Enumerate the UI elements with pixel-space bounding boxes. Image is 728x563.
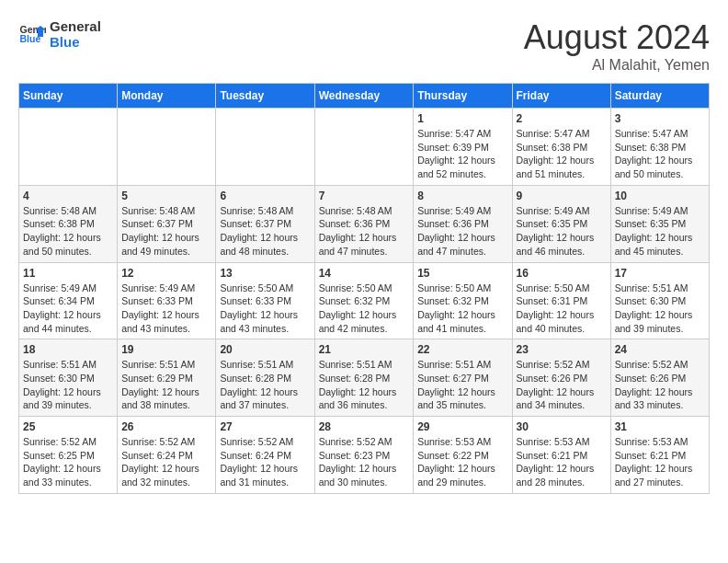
calendar-cell: 8Sunrise: 5:49 AM Sunset: 6:36 PM Daylig… bbox=[414, 185, 512, 262]
header-thursday: Thursday bbox=[414, 84, 512, 109]
svg-text:Blue: Blue bbox=[20, 33, 41, 44]
day-number: 11 bbox=[23, 267, 113, 280]
calendar-week-4: 18Sunrise: 5:51 AM Sunset: 6:30 PM Dayli… bbox=[19, 339, 710, 417]
day-number: 17 bbox=[615, 267, 705, 280]
day-info: Sunrise: 5:48 AM Sunset: 6:37 PM Dayligh… bbox=[121, 204, 211, 259]
day-number: 9 bbox=[517, 190, 607, 202]
calendar-cell: 3Sunrise: 5:47 AM Sunset: 6:38 PM Daylig… bbox=[610, 109, 709, 186]
day-number: 19 bbox=[121, 343, 211, 356]
calendar-cell: 26Sunrise: 5:52 AM Sunset: 6:24 PM Dayli… bbox=[118, 417, 216, 494]
day-info: Sunrise: 5:51 AM Sunset: 6:30 PM Dayligh… bbox=[615, 282, 705, 336]
calendar-cell: 25Sunrise: 5:52 AM Sunset: 6:25 PM Dayli… bbox=[19, 417, 118, 494]
day-number: 14 bbox=[319, 267, 410, 280]
calendar-cell: 13Sunrise: 5:50 AM Sunset: 6:33 PM Dayli… bbox=[216, 262, 314, 339]
day-info: Sunrise: 5:49 AM Sunset: 6:35 PM Dayligh… bbox=[615, 204, 705, 259]
calendar-cell: 21Sunrise: 5:51 AM Sunset: 6:28 PM Dayli… bbox=[314, 339, 414, 417]
day-number: 25 bbox=[23, 420, 113, 433]
calendar-cell: 14Sunrise: 5:50 AM Sunset: 6:32 PM Dayli… bbox=[314, 262, 414, 339]
day-info: Sunrise: 5:50 AM Sunset: 6:33 PM Dayligh… bbox=[220, 282, 310, 336]
calendar-cell: 4Sunrise: 5:48 AM Sunset: 6:38 PM Daylig… bbox=[19, 185, 118, 262]
day-info: Sunrise: 5:53 AM Sunset: 6:21 PM Dayligh… bbox=[615, 435, 705, 489]
calendar-cell: 2Sunrise: 5:47 AM Sunset: 6:38 PM Daylig… bbox=[512, 109, 610, 186]
day-info: Sunrise: 5:52 AM Sunset: 6:26 PM Dayligh… bbox=[517, 358, 607, 412]
calendar-cell: 7Sunrise: 5:48 AM Sunset: 6:36 PM Daylig… bbox=[314, 185, 414, 262]
day-info: Sunrise: 5:51 AM Sunset: 6:28 PM Dayligh… bbox=[220, 358, 310, 412]
day-info: Sunrise: 5:48 AM Sunset: 6:37 PM Dayligh… bbox=[220, 204, 310, 259]
day-number: 1 bbox=[417, 112, 507, 125]
day-info: Sunrise: 5:47 AM Sunset: 6:38 PM Dayligh… bbox=[615, 127, 705, 181]
day-number: 23 bbox=[517, 343, 607, 356]
page-header: General Blue General Blue August 2024 Al… bbox=[18, 18, 710, 74]
header-saturday: Saturday bbox=[610, 84, 709, 109]
calendar-cell: 5Sunrise: 5:48 AM Sunset: 6:37 PM Daylig… bbox=[118, 185, 216, 262]
day-info: Sunrise: 5:50 AM Sunset: 6:31 PM Dayligh… bbox=[517, 282, 607, 336]
calendar-cell: 18Sunrise: 5:51 AM Sunset: 6:30 PM Dayli… bbox=[19, 339, 118, 417]
day-number: 26 bbox=[121, 420, 211, 433]
calendar-cell: 17Sunrise: 5:51 AM Sunset: 6:30 PM Dayli… bbox=[610, 262, 709, 339]
calendar-cell: 28Sunrise: 5:52 AM Sunset: 6:23 PM Dayli… bbox=[314, 417, 414, 494]
day-number: 20 bbox=[220, 343, 310, 356]
day-number: 30 bbox=[517, 420, 607, 433]
day-number: 31 bbox=[615, 420, 705, 433]
day-info: Sunrise: 5:51 AM Sunset: 6:28 PM Dayligh… bbox=[319, 358, 410, 412]
day-number: 3 bbox=[615, 112, 705, 125]
logo-text-blue: Blue bbox=[50, 34, 101, 50]
day-number: 4 bbox=[23, 190, 113, 202]
day-info: Sunrise: 5:48 AM Sunset: 6:38 PM Dayligh… bbox=[23, 204, 113, 259]
day-number: 6 bbox=[220, 190, 310, 202]
day-info: Sunrise: 5:50 AM Sunset: 6:32 PM Dayligh… bbox=[319, 282, 410, 336]
day-info: Sunrise: 5:47 AM Sunset: 6:39 PM Dayligh… bbox=[417, 127, 507, 181]
calendar-cell: 12Sunrise: 5:49 AM Sunset: 6:33 PM Dayli… bbox=[118, 262, 216, 339]
day-info: Sunrise: 5:50 AM Sunset: 6:32 PM Dayligh… bbox=[417, 282, 507, 336]
calendar-cell: 9Sunrise: 5:49 AM Sunset: 6:35 PM Daylig… bbox=[512, 185, 610, 262]
calendar-cell: 19Sunrise: 5:51 AM Sunset: 6:29 PM Dayli… bbox=[118, 339, 216, 417]
logo-text-general: General bbox=[50, 18, 101, 34]
day-info: Sunrise: 5:49 AM Sunset: 6:35 PM Dayligh… bbox=[517, 204, 607, 259]
day-number: 2 bbox=[517, 112, 607, 125]
day-info: Sunrise: 5:49 AM Sunset: 6:34 PM Dayligh… bbox=[23, 282, 113, 336]
day-info: Sunrise: 5:49 AM Sunset: 6:36 PM Dayligh… bbox=[417, 204, 507, 259]
calendar-cell: 16Sunrise: 5:50 AM Sunset: 6:31 PM Dayli… bbox=[512, 262, 610, 339]
day-number: 15 bbox=[417, 267, 507, 280]
day-number: 24 bbox=[615, 343, 705, 356]
logo-icon: General Blue bbox=[18, 20, 46, 48]
header-tuesday: Tuesday bbox=[216, 84, 314, 109]
day-info: Sunrise: 5:49 AM Sunset: 6:33 PM Dayligh… bbox=[121, 282, 211, 336]
calendar-week-1: 1Sunrise: 5:47 AM Sunset: 6:39 PM Daylig… bbox=[19, 109, 710, 186]
day-number: 5 bbox=[121, 190, 211, 202]
day-number: 18 bbox=[23, 343, 113, 356]
day-info: Sunrise: 5:48 AM Sunset: 6:36 PM Dayligh… bbox=[319, 204, 410, 259]
day-number: 13 bbox=[220, 267, 310, 280]
calendar-cell: 15Sunrise: 5:50 AM Sunset: 6:32 PM Dayli… bbox=[414, 262, 512, 339]
calendar-cell bbox=[216, 109, 314, 186]
day-number: 21 bbox=[319, 343, 410, 356]
calendar-subtitle: Al Malahit, Yemen bbox=[524, 57, 710, 74]
calendar-cell bbox=[314, 109, 414, 186]
calendar-header-row: SundayMondayTuesdayWednesdayThursdayFrid… bbox=[19, 84, 710, 109]
header-friday: Friday bbox=[512, 84, 610, 109]
calendar-cell bbox=[19, 109, 118, 186]
header-sunday: Sunday bbox=[19, 84, 118, 109]
day-info: Sunrise: 5:51 AM Sunset: 6:30 PM Dayligh… bbox=[23, 358, 113, 412]
day-info: Sunrise: 5:53 AM Sunset: 6:21 PM Dayligh… bbox=[517, 435, 607, 489]
day-number: 10 bbox=[615, 190, 705, 202]
day-info: Sunrise: 5:52 AM Sunset: 6:23 PM Dayligh… bbox=[319, 435, 410, 489]
day-number: 8 bbox=[417, 190, 507, 202]
day-number: 29 bbox=[417, 420, 507, 433]
day-number: 28 bbox=[319, 420, 410, 433]
calendar-cell: 30Sunrise: 5:53 AM Sunset: 6:21 PM Dayli… bbox=[512, 417, 610, 494]
day-info: Sunrise: 5:47 AM Sunset: 6:38 PM Dayligh… bbox=[517, 127, 607, 181]
header-monday: Monday bbox=[118, 84, 216, 109]
day-number: 22 bbox=[417, 343, 507, 356]
day-number: 12 bbox=[121, 267, 211, 280]
calendar-cell: 20Sunrise: 5:51 AM Sunset: 6:28 PM Dayli… bbox=[216, 339, 314, 417]
calendar-cell: 10Sunrise: 5:49 AM Sunset: 6:35 PM Dayli… bbox=[610, 185, 709, 262]
calendar-cell bbox=[118, 109, 216, 186]
calendar-cell: 31Sunrise: 5:53 AM Sunset: 6:21 PM Dayli… bbox=[610, 417, 709, 494]
day-info: Sunrise: 5:53 AM Sunset: 6:22 PM Dayligh… bbox=[417, 435, 507, 489]
day-number: 16 bbox=[517, 267, 607, 280]
day-number: 27 bbox=[220, 420, 310, 433]
day-info: Sunrise: 5:51 AM Sunset: 6:27 PM Dayligh… bbox=[417, 358, 507, 412]
title-block: August 2024 Al Malahit, Yemen bbox=[524, 18, 710, 74]
calendar-cell: 23Sunrise: 5:52 AM Sunset: 6:26 PM Dayli… bbox=[512, 339, 610, 417]
